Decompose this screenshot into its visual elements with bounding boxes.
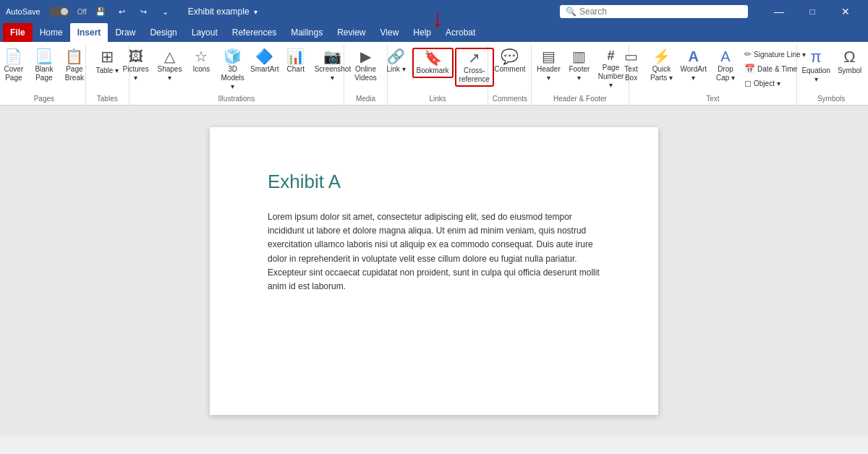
quick-parts-icon: ⚡ xyxy=(652,49,671,64)
page-break-btn[interactable]: 📋 PageBreak xyxy=(60,48,89,84)
undo-btn[interactable]: ↩ xyxy=(114,4,130,20)
tab-file[interactable]: File xyxy=(3,23,33,42)
page-break-label: PageBreak xyxy=(65,65,84,82)
link-icon: 🔗 xyxy=(387,49,405,64)
comment-btn[interactable]: 💬 Comment xyxy=(491,48,528,75)
bookmark-icon: 🔖 xyxy=(424,51,442,65)
smartart-btn[interactable]: 🔷 SmartArt xyxy=(250,48,280,75)
tables-group-label: Tables xyxy=(97,95,118,105)
document-area: Exhibit A Lorem ipsum dolor sit amet, co… xyxy=(0,106,868,437)
footer-btn[interactable]: ▥ Footer ▾ xyxy=(565,48,594,84)
icons-btn[interactable]: ☆ Icons xyxy=(187,48,216,75)
equation-btn[interactable]: π Equation ▾ xyxy=(799,48,834,85)
comment-label: Comment xyxy=(494,65,525,74)
page-number-icon: # xyxy=(608,49,615,62)
document-title: Exhibit A xyxy=(268,171,600,193)
table-label: Table ▾ xyxy=(95,67,119,75)
3d-models-btn[interactable]: 🧊 3DModels ▾ xyxy=(217,48,247,93)
minimize-btn[interactable]: — xyxy=(762,1,796,22)
shapes-btn[interactable]: △ Shapes ▾ xyxy=(154,48,186,84)
arrow-indicator: ↓ xyxy=(431,5,444,31)
wordart-icon: A xyxy=(689,49,699,64)
drop-cap-icon: A xyxy=(720,49,730,64)
bookmark-btn[interactable]: 🔖 Bookmark xyxy=(412,48,454,78)
equation-icon: π xyxy=(811,49,822,65)
cover-page-btn[interactable]: 📄 CoverPage xyxy=(0,48,28,84)
3d-models-icon: 🧊 xyxy=(224,49,242,64)
links-group-label: Links xyxy=(430,95,446,105)
wordart-label: WordArt ▾ xyxy=(681,65,707,82)
tab-design[interactable]: Design xyxy=(142,23,184,42)
shapes-icon: △ xyxy=(164,49,175,64)
symbol-icon: Ω xyxy=(843,49,855,65)
drop-cap-btn[interactable]: A DropCap ▾ xyxy=(711,48,740,84)
maximize-btn[interactable]: □ xyxy=(796,1,829,22)
ribbon-group-illustrations: 🖼 Pictures ▾ △ Shapes ▾ ☆ Icons 🧊 3DMode… xyxy=(129,45,344,105)
textbox-btn[interactable]: ▭ TextBox xyxy=(617,48,646,84)
header-footer-group-label: Header & Footer xyxy=(553,95,607,105)
tab-review[interactable]: Review xyxy=(330,23,373,42)
shapes-label: Shapes ▾ xyxy=(157,65,183,82)
comments-group-label: Comments xyxy=(493,95,527,105)
ribbon-group-links: ↓ 🔗 Link ▾ 🔖 Bookmark ↗ Cross-reference … xyxy=(388,45,488,105)
wordart-btn[interactable]: A WordArt ▾ xyxy=(678,48,710,84)
autosave-knob xyxy=(61,8,68,15)
customize-qat-btn[interactable]: ⌄ xyxy=(158,4,174,20)
illustrations-items: 🖼 Pictures ▾ △ Shapes ▾ ☆ Icons 🧊 3DMode… xyxy=(119,45,354,95)
pages-group-label: Pages xyxy=(34,95,54,105)
3d-models-label: 3DModels ▾ xyxy=(220,65,244,91)
search-bar: 🔍 xyxy=(560,5,748,18)
text-items: ▭ TextBox ⚡ QuickParts ▾ A WordArt ▾ A D… xyxy=(617,45,809,95)
search-container: 🔍 xyxy=(560,5,748,18)
close-btn[interactable]: ✕ xyxy=(829,1,862,22)
online-videos-icon: ▶ xyxy=(360,49,371,64)
screenshot-icon: 📷 xyxy=(323,49,341,64)
symbol-btn[interactable]: Ω Symbol xyxy=(835,48,864,77)
header-footer-items: ▤ Header ▾ ▥ Footer ▾ # PageNumber ▾ xyxy=(534,45,626,95)
illustrations-group-label: Illustrations xyxy=(218,95,255,105)
blank-page-btn[interactable]: 📃 BlankPage xyxy=(30,48,59,84)
redo-btn[interactable]: ↪ xyxy=(136,4,152,20)
ribbon-group-comments: 💬 Comment Comments xyxy=(488,45,532,105)
tab-references[interactable]: References xyxy=(225,23,284,42)
tab-draw[interactable]: Draw xyxy=(108,23,142,42)
text-group-label: Text xyxy=(706,95,719,105)
blank-page-label: BlankPage xyxy=(35,65,53,82)
search-input[interactable] xyxy=(579,7,742,17)
signature-line-icon: ✏ xyxy=(744,49,752,59)
tab-acrobat[interactable]: Acrobat xyxy=(438,23,482,42)
quick-parts-btn[interactable]: ⚡ QuickParts ▾ xyxy=(647,48,676,84)
filename-dropdown-icon[interactable]: ▾ xyxy=(254,8,258,16)
pictures-btn[interactable]: 🖼 Pictures ▾ xyxy=(119,48,153,84)
search-icon: 🔍 xyxy=(566,7,576,17)
pictures-icon: 🖼 xyxy=(129,49,143,64)
ribbon-group-pages: 📄 CoverPage 📃 BlankPage 📋 PageBreak Page… xyxy=(3,45,86,105)
tab-layout[interactable]: Layout xyxy=(184,23,225,42)
autosave-toggle[interactable] xyxy=(49,7,69,17)
online-videos-btn[interactable]: ▶ OnlineVideos xyxy=(352,48,380,84)
page-break-icon: 📋 xyxy=(65,49,83,64)
save-qat-btn[interactable]: 💾 xyxy=(93,4,109,20)
table-icon: ⊞ xyxy=(101,49,114,65)
table-btn[interactable]: ⊞ Table ▾ xyxy=(93,48,122,77)
drop-cap-label: DropCap ▾ xyxy=(716,65,735,82)
ribbon-group-text: ▭ TextBox ⚡ QuickParts ▾ A WordArt ▾ A D… xyxy=(629,45,798,105)
online-videos-label: OnlineVideos xyxy=(354,65,376,82)
tab-mailings[interactable]: Mailings xyxy=(284,23,330,42)
date-time-label: Date & Time xyxy=(757,65,797,73)
tables-items: ⊞ Table ▾ xyxy=(93,45,122,95)
link-btn[interactable]: 🔗 Link ▾ xyxy=(382,48,411,75)
tab-view[interactable]: View xyxy=(373,23,407,42)
tab-insert[interactable]: Insert xyxy=(70,23,109,42)
link-label: Link ▾ xyxy=(387,65,406,74)
chart-btn[interactable]: 📊 Chart xyxy=(281,48,310,75)
media-items: ▶ OnlineVideos xyxy=(352,45,380,95)
tab-home[interactable]: Home xyxy=(33,23,70,42)
links-items: 🔗 Link ▾ 🔖 Bookmark ↗ Cross-reference xyxy=(382,45,494,95)
symbol-label: Symbol xyxy=(838,67,861,75)
file-name: Exhibit example xyxy=(188,7,250,17)
chart-label: Chart xyxy=(287,65,305,74)
symbols-group-label: Symbols xyxy=(817,95,845,105)
header-btn[interactable]: ▤ Header ▾ xyxy=(534,48,563,84)
object-label: Object ▾ xyxy=(754,80,780,87)
